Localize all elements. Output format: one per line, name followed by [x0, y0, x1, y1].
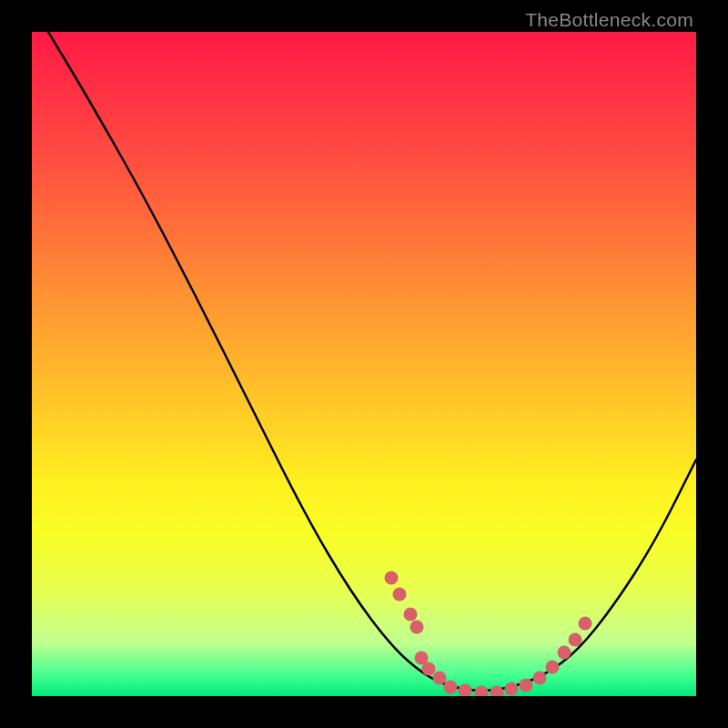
curve-layer — [32, 32, 696, 696]
highlight-dot — [422, 662, 436, 676]
highlight-dot — [579, 617, 592, 631]
highlight-dot — [410, 621, 424, 634]
highlight-dot — [393, 588, 407, 602]
highlight-dot — [558, 646, 571, 660]
highlight-dot — [490, 686, 504, 697]
highlight-dot — [546, 661, 560, 674]
chart-frame: TheBottleneck.com — [0, 0, 728, 728]
highlight-dot — [569, 633, 582, 647]
watermark-text: TheBottleneck.com — [525, 9, 693, 31]
highlight-dot — [459, 684, 472, 697]
highlight-dot — [404, 608, 418, 622]
highlight-dot — [505, 682, 519, 696]
bottleneck-curve — [48, 32, 696, 691]
highlight-dots — [385, 571, 592, 697]
highlight-dot — [475, 686, 489, 697]
highlight-dot — [433, 672, 447, 685]
highlight-dot — [520, 679, 533, 693]
highlight-dot — [385, 571, 399, 585]
highlight-dot — [444, 681, 458, 694]
highlight-dot — [533, 672, 547, 685]
